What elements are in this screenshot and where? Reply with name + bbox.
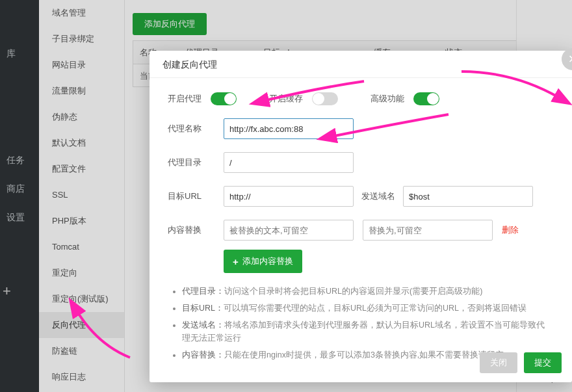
send-domain-label: 发送域名 bbox=[361, 190, 395, 202]
plus-icon: + bbox=[233, 256, 239, 267]
content-replace-label: 内容替换 bbox=[168, 224, 224, 236]
advanced-toggle[interactable] bbox=[413, 92, 439, 105]
note-item: 代理目录：访问这个目录时将会把目标URL的内容返回并显示(需要开启高级功能) bbox=[182, 285, 549, 298]
row-proxy-name: 代理名称 bbox=[150, 112, 572, 146]
note-item: 目标URL：可以填写你需要代理的站点，目标URL必须为可正常访问的URL，否则将… bbox=[182, 302, 549, 315]
create-reverse-proxy-modal: 创建反向代理 × 开启代理 开启缓存 高级功能 代理名称 代理目录 目标URL … bbox=[150, 51, 572, 382]
modal-title: 创建反向代理 bbox=[150, 51, 572, 78]
proxy-name-input[interactable] bbox=[224, 118, 354, 139]
proxy-dir-input[interactable] bbox=[224, 152, 354, 173]
target-url-input[interactable] bbox=[224, 186, 354, 207]
submit-button[interactable]: 提交 bbox=[524, 352, 562, 373]
enable-cache-label: 开启缓存 bbox=[269, 93, 303, 105]
row-content-replace: 内容替换 删除 bbox=[150, 213, 572, 247]
target-url-label: 目标URL bbox=[168, 190, 224, 202]
replace-delete-link[interactable]: 删除 bbox=[502, 224, 519, 236]
modal-notes: 代理目录：访问这个目录时将会把目标URL的内容返回并显示(需要开启高级功能)目标… bbox=[150, 273, 572, 361]
close-button[interactable]: 关闭 bbox=[480, 352, 517, 373]
add-replace-label: 添加内容替换 bbox=[242, 255, 293, 267]
note-item: 发送域名：将域名添加到请求头传递到代理服务器，默认为目标URL域名，若设置不当可… bbox=[182, 319, 549, 345]
enable-cache-toggle[interactable] bbox=[312, 92, 338, 105]
toggle-row: 开启代理 开启缓存 高级功能 bbox=[150, 78, 572, 112]
proxy-name-label: 代理名称 bbox=[168, 123, 224, 135]
enable-proxy-label: 开启代理 bbox=[168, 93, 202, 105]
replace-from-input[interactable] bbox=[224, 220, 354, 241]
modal-footer: 关闭 提交 bbox=[480, 352, 562, 373]
send-domain-input[interactable] bbox=[403, 186, 533, 207]
enable-proxy-toggle[interactable] bbox=[211, 92, 237, 105]
add-replace-button[interactable]: + 添加内容替换 bbox=[224, 250, 302, 273]
replace-to-input[interactable] bbox=[363, 220, 493, 241]
advanced-label: 高级功能 bbox=[370, 93, 404, 105]
proxy-dir-label: 代理目录 bbox=[168, 157, 224, 168]
row-target-url: 目标URL 发送域名 bbox=[150, 179, 572, 213]
row-proxy-dir: 代理目录 bbox=[150, 146, 572, 179]
